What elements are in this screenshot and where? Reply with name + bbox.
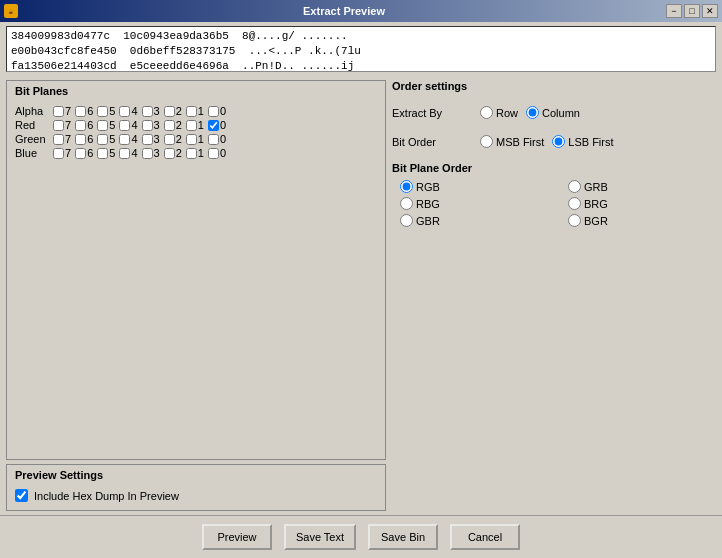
bit-item-alpha-6: 6 [75, 105, 93, 117]
bit-checkbox-blue-4[interactable] [119, 148, 130, 159]
title-bar: ☕ Extract Preview − □ ✕ [0, 0, 722, 22]
bit-checkbox-green-0[interactable] [208, 134, 219, 145]
close-button[interactable]: ✕ [702, 4, 718, 18]
bit-label-blue-3: 3 [154, 147, 160, 159]
bit-checkbox-alpha-5[interactable] [97, 106, 108, 117]
main-content: 384009983d0477c 10c0943ea9da36b5 8@....g… [0, 22, 722, 558]
bit-planes-panel: Bit Planes Alpha76543210Red76543210Green… [6, 80, 386, 460]
bit-checkbox-blue-1[interactable] [186, 148, 197, 159]
bit-checkbox-blue-3[interactable] [142, 148, 153, 159]
bit-item-red-7: 7 [53, 119, 71, 131]
bit-plane-order-gbr-radio[interactable] [400, 214, 413, 227]
bit-checkbox-red-7[interactable] [53, 120, 64, 131]
bit-item-blue-4: 4 [119, 147, 137, 159]
bit-plane-order-rbg-radio[interactable] [400, 197, 413, 210]
bit-checkbox-green-3[interactable] [142, 134, 153, 145]
extract-by-col-radio[interactable] [526, 106, 539, 119]
hex-dump-row: Include Hex Dump In Preview [15, 485, 377, 506]
maximize-button[interactable]: □ [684, 4, 700, 18]
bit-checkbox-alpha-0[interactable] [208, 106, 219, 117]
bit-item-red-0: 0 [208, 119, 226, 131]
hex-dump-checkbox[interactable] [15, 489, 28, 502]
bit-label-alpha-4: 4 [131, 105, 137, 117]
bit-checkbox-alpha-1[interactable] [186, 106, 197, 117]
bit-row-label-alpha: Alpha [15, 105, 51, 117]
bit-label-red-6: 6 [87, 119, 93, 131]
bit-item-green-5: 5 [97, 133, 115, 145]
bit-checkbox-green-7[interactable] [53, 134, 64, 145]
bit-checkbox-red-4[interactable] [119, 120, 130, 131]
bit-checkbox-green-5[interactable] [97, 134, 108, 145]
bit-item-alpha-2: 2 [164, 105, 182, 117]
bit-item-green-0: 0 [208, 133, 226, 145]
extract-by-row-radio[interactable] [480, 106, 493, 119]
bit-plane-order-grid: RGBGRBRBGBRGGBRBGR [392, 180, 716, 227]
save-text-button[interactable]: Save Text [284, 524, 356, 550]
bit-checkbox-blue-0[interactable] [208, 148, 219, 159]
bit-item-alpha-1: 1 [186, 105, 204, 117]
bit-label-alpha-3: 3 [154, 105, 160, 117]
lsb-first-option: LSB First [552, 135, 613, 148]
bit-plane-order-rbg-label: RBG [416, 198, 440, 210]
bit-checkbox-blue-7[interactable] [53, 148, 64, 159]
bit-item-green-6: 6 [75, 133, 93, 145]
window-title: Extract Preview [22, 5, 666, 17]
bit-order-label: Bit Order [392, 136, 472, 148]
bit-label-alpha-0: 0 [220, 105, 226, 117]
bit-label-red-5: 5 [109, 119, 115, 131]
bit-checkbox-blue-2[interactable] [164, 148, 175, 159]
hex-line: fa13506e214403cd e5ceeedd6e4696a ..Pn!D.… [11, 59, 711, 72]
bit-checkbox-green-1[interactable] [186, 134, 197, 145]
cancel-button[interactable]: Cancel [450, 524, 520, 550]
bit-plane-order-grb: GRB [568, 180, 716, 193]
bit-checkbox-red-5[interactable] [97, 120, 108, 131]
bit-label-alpha-1: 1 [198, 105, 204, 117]
minimize-button[interactable]: − [666, 4, 682, 18]
bit-item-blue-6: 6 [75, 147, 93, 159]
bit-checkbox-red-1[interactable] [186, 120, 197, 131]
bit-item-alpha-7: 7 [53, 105, 71, 117]
button-bar: Preview Save Text Save Bin Cancel [0, 515, 722, 558]
preview-button[interactable]: Preview [202, 524, 272, 550]
bit-checkbox-green-2[interactable] [164, 134, 175, 145]
bit-checkbox-alpha-2[interactable] [164, 106, 175, 117]
bit-checkbox-blue-6[interactable] [75, 148, 86, 159]
hex-preview-area[interactable]: 384009983d0477c 10c0943ea9da36b5 8@....g… [6, 26, 716, 72]
bit-item-blue-0: 0 [208, 147, 226, 159]
bit-checkbox-alpha-4[interactable] [119, 106, 130, 117]
msb-first-radio[interactable] [480, 135, 493, 148]
bit-label-blue-6: 6 [87, 147, 93, 159]
save-bin-button[interactable]: Save Bin [368, 524, 438, 550]
left-panels: Bit Planes Alpha76543210Red76543210Green… [6, 80, 386, 511]
bit-row-label-green: Green [15, 133, 51, 145]
bit-label-blue-0: 0 [220, 147, 226, 159]
bit-checkbox-blue-5[interactable] [97, 148, 108, 159]
bit-checkbox-alpha-3[interactable] [142, 106, 153, 117]
msb-first-label: MSB First [496, 136, 544, 148]
bit-item-red-4: 4 [119, 119, 137, 131]
bit-plane-order-brg-radio[interactable] [568, 197, 581, 210]
bit-label-blue-1: 1 [198, 147, 204, 159]
bit-item-alpha-0: 0 [208, 105, 226, 117]
bit-item-red-2: 2 [164, 119, 182, 131]
bit-label-blue-2: 2 [176, 147, 182, 159]
bit-checkbox-red-2[interactable] [164, 120, 175, 131]
bit-item-red-6: 6 [75, 119, 93, 131]
lsb-first-radio[interactable] [552, 135, 565, 148]
bit-label-blue-4: 4 [131, 147, 137, 159]
bit-checkbox-red-6[interactable] [75, 120, 86, 131]
bit-plane-order-rgb-radio[interactable] [400, 180, 413, 193]
hex-line: 384009983d0477c 10c0943ea9da36b5 8@....g… [11, 29, 711, 44]
bit-label-red-3: 3 [154, 119, 160, 131]
bit-plane-order-gbr: GBR [400, 214, 548, 227]
bit-plane-order-grb-radio[interactable] [568, 180, 581, 193]
bit-plane-order-rgb: RGB [400, 180, 548, 193]
bit-checkbox-red-3[interactable] [142, 120, 153, 131]
bit-checkbox-red-0[interactable] [208, 120, 219, 131]
bit-checkbox-green-6[interactable] [75, 134, 86, 145]
bit-plane-order-bgr-radio[interactable] [568, 214, 581, 227]
bit-label-red-4: 4 [131, 119, 137, 131]
bit-checkbox-alpha-7[interactable] [53, 106, 64, 117]
bit-checkbox-alpha-6[interactable] [75, 106, 86, 117]
bit-checkbox-green-4[interactable] [119, 134, 130, 145]
